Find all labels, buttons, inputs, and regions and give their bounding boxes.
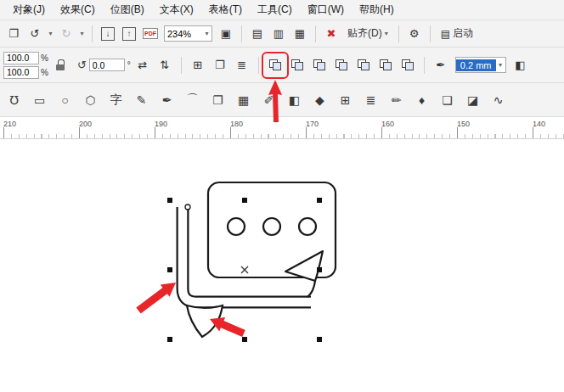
weld-icon [269, 59, 281, 70]
menu-item-table[interactable]: 表格(T) [201, 0, 250, 20]
mirror-vertical-button[interactable]: ⇅ [155, 55, 175, 76]
show-guidelines-button[interactable]: ▥ [268, 24, 289, 44]
pages-icon: ❐ [215, 59, 225, 71]
paste-button[interactable]: ❐ [3, 24, 24, 44]
menu-item-text[interactable]: 文本(X) [152, 0, 201, 20]
outline-width-combobox: 0.2 mm ▾ [455, 57, 506, 73]
menu-item-bitmaps[interactable]: 位图(B) [103, 0, 152, 20]
bubble-circle-1[interactable] [228, 218, 245, 235]
lock-ratio-button[interactable] [50, 52, 70, 79]
fill-tool[interactable]: ◆ [309, 89, 330, 111]
create-boundary-button[interactable] [398, 55, 418, 76]
smart-fill-tool[interactable]: ◧ [284, 89, 305, 111]
rotate-icon: ↺ [77, 59, 87, 71]
align-icon: ≣ [237, 59, 246, 71]
outline-width-dropdown-button[interactable]: ▾ [496, 55, 505, 76]
zoom-combobox: ▾ [164, 25, 212, 42]
outline-width-value[interactable]: 0.2 mm [456, 59, 496, 71]
intersect-button[interactable] [309, 55, 330, 76]
simplify-button[interactable] [331, 55, 352, 76]
bubble-circle-3[interactable] [299, 218, 316, 235]
align-button[interactable]: ≣ [232, 55, 252, 76]
outline-pen-tool[interactable]: ♦ [411, 89, 432, 111]
show-rulers-button[interactable]: ▤ [247, 24, 268, 44]
bubble-circle-2[interactable] [263, 218, 280, 235]
arrange-button[interactable]: ⊞ [188, 55, 208, 76]
show-grid-button[interactable]: ▦ [290, 24, 310, 44]
back-minus-front-icon [380, 59, 392, 70]
rectangle-tool[interactable]: ▭ [29, 89, 50, 111]
selection-handle[interactable] [317, 267, 322, 272]
selection-handle[interactable] [242, 337, 247, 342]
outline-pen-button[interactable]: ✒ [431, 55, 451, 76]
separator [258, 57, 259, 74]
selection-handle[interactable] [167, 267, 172, 272]
connector-tool[interactable]: ∿ [488, 89, 509, 111]
text-tool[interactable]: 字 [105, 89, 127, 111]
freehand-tool[interactable]: ✎ [131, 89, 152, 111]
options-button[interactable]: ⚙ [404, 24, 425, 44]
ruler-label: 190 [155, 120, 230, 138]
order-button[interactable]: ❐ [210, 55, 230, 76]
front-minus-back-button[interactable] [353, 55, 374, 76]
fullscreen-preview-button[interactable]: ▣ [216, 24, 236, 44]
curve-node[interactable] [185, 204, 190, 210]
menu-item-effects[interactable]: 效果(C) [53, 0, 103, 20]
selection-handle[interactable] [167, 198, 172, 203]
horizontal-ruler[interactable]: 210 200 190 180 170 160 150 140 [0, 117, 564, 139]
selection-handle[interactable] [317, 337, 322, 342]
graph-paper-tool[interactable]: ⊞ [335, 89, 356, 111]
delete-button[interactable]: ✖ [321, 24, 341, 44]
import-button[interactable]: ↓ [98, 24, 118, 44]
transparency-tool[interactable]: ▦ [233, 89, 254, 111]
scale-y-input[interactable] [3, 66, 39, 79]
menu-item-help[interactable]: 帮助(H) [352, 0, 402, 20]
mirror-horizontal-button[interactable]: ⇄ [133, 55, 153, 76]
trim-button[interactable] [287, 55, 307, 76]
back-minus-front-button[interactable] [375, 55, 396, 76]
scale-x-input[interactable] [3, 52, 39, 64]
redo-dropdown-button[interactable]: ▾ [77, 24, 87, 44]
trim-icon [291, 59, 303, 70]
shadow-tool[interactable]: ❏ [437, 89, 458, 111]
mesh-fill-tool[interactable]: ≣ [360, 89, 381, 111]
menu-item-object[interactable]: 对象(J) [5, 0, 53, 20]
eraser-tool[interactable]: ◪ [462, 89, 483, 111]
menu-item-tools[interactable]: 工具(C) [250, 0, 300, 20]
app-window: 对象(J) 效果(C) 位图(B) 文本(X) 表格(T) 工具(C) 窗口(W… [0, 0, 564, 392]
publish-pdf-button[interactable]: PDF [140, 24, 161, 44]
undo-button[interactable]: ↺ [25, 24, 45, 44]
selection-handle[interactable] [242, 198, 247, 203]
rotation-input[interactable] [89, 59, 125, 71]
chevron-down-icon: ▾ [80, 30, 83, 37]
bspline-tool[interactable]: ⌒ [182, 89, 203, 111]
import-icon: ↓ [101, 27, 115, 41]
object-stack-tool[interactable]: ❐ [207, 89, 228, 111]
export-button[interactable]: ↑ [119, 24, 139, 44]
separator [92, 25, 93, 42]
tail-connector [307, 281, 315, 297]
undo-dropdown-button[interactable]: ▾ [46, 24, 55, 44]
wrap-text-button[interactable]: ◧ [510, 55, 531, 76]
selection-handle[interactable] [317, 198, 322, 203]
polygon-tool[interactable]: ⬡ [80, 89, 101, 111]
zoom-input[interactable] [165, 29, 202, 39]
shape-tool[interactable]: ℧ [3, 89, 25, 111]
zoom-dropdown-button[interactable]: ▾ [202, 24, 212, 44]
fullscreen-icon: ▣ [221, 27, 231, 40]
weld-highlight-wrapper [265, 55, 285, 76]
snap-to-dropdown[interactable]: 贴齐(D) ▾ [342, 24, 393, 43]
brush-tool[interactable]: ✏ [386, 89, 407, 111]
annotation-arrow-left [136, 283, 176, 314]
selection-handle[interactable] [167, 337, 172, 342]
drawing-canvas[interactable] [0, 139, 564, 392]
pen-tool[interactable]: ✒ [156, 89, 178, 111]
ellipse-tool[interactable]: ○ [54, 89, 76, 111]
menu-item-window[interactable]: 窗口(W) [300, 0, 352, 20]
simplify-icon [336, 59, 347, 70]
launch-button[interactable]: ▤ 启动 [436, 24, 478, 43]
ruler-label: 210 [3, 120, 79, 138]
weld-button[interactable] [265, 55, 285, 76]
redo-button[interactable]: ↻ [56, 24, 76, 44]
eyedropper-tool[interactable]: ✐ [258, 89, 279, 111]
